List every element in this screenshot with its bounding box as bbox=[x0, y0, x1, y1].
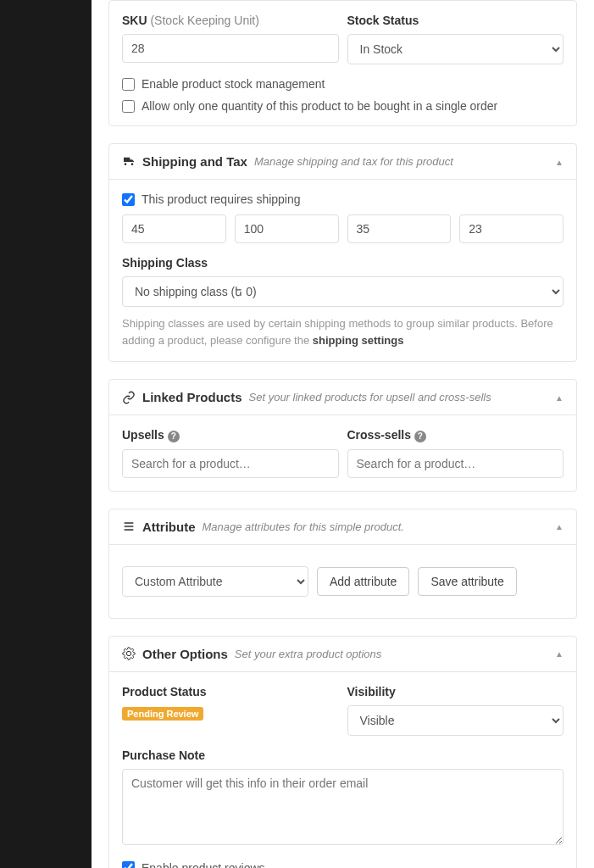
length-input[interactable] bbox=[235, 214, 339, 243]
requires-shipping-label: This product requires shipping bbox=[142, 192, 301, 206]
linked-panel: Linked Products Set your linked products… bbox=[108, 379, 577, 492]
other-panel: Other Options Set your extra product opt… bbox=[108, 636, 577, 869]
requires-shipping-checkbox[interactable] bbox=[122, 193, 135, 206]
linked-subtitle: Set your linked products for upsell and … bbox=[249, 391, 491, 403]
purchase-note-label: Purchase Note bbox=[122, 748, 563, 762]
sku-label: SKU (Stock Keeping Unit) bbox=[122, 14, 339, 27]
truck-icon bbox=[122, 155, 136, 169]
collapse-icon[interactable]: ▲ bbox=[555, 649, 563, 659]
attribute-title: Attribute bbox=[142, 520, 196, 534]
crosssells-label: Cross-sells ? bbox=[347, 428, 564, 442]
enable-stock-label: Enable product stock management bbox=[142, 77, 325, 91]
single-qty-label: Allow only one quantity of this product … bbox=[142, 99, 497, 113]
other-subtitle: Set your extra product options bbox=[235, 648, 381, 660]
attribute-subtitle: Manage attributes for this simple produc… bbox=[203, 520, 404, 533]
weight-input[interactable] bbox=[122, 214, 226, 243]
shipping-title: Shipping and Tax bbox=[142, 154, 247, 169]
status-badge: Pending Review bbox=[122, 707, 203, 721]
enable-reviews-checkbox[interactable] bbox=[122, 861, 135, 868]
inventory-panel: SKU (Stock Keeping Unit) Stock Status In… bbox=[108, 0, 577, 126]
collapse-icon[interactable]: ▲ bbox=[555, 522, 563, 531]
sku-input[interactable] bbox=[122, 34, 339, 63]
shipping-panel: Shipping and Tax Manage shipping and tax… bbox=[108, 143, 577, 362]
shipping-header[interactable]: Shipping and Tax Manage shipping and tax… bbox=[109, 144, 576, 180]
visibility-select[interactable]: Visible bbox=[347, 705, 564, 736]
stock-status-label: Stock Status bbox=[347, 14, 564, 27]
linked-title: Linked Products bbox=[142, 390, 242, 404]
other-title: Other Options bbox=[142, 647, 228, 661]
help-icon[interactable]: ? bbox=[168, 431, 180, 442]
attribute-select[interactable]: Custom Attribute bbox=[122, 566, 308, 597]
list-icon bbox=[122, 520, 136, 533]
product-status-label: Product Status bbox=[122, 685, 339, 698]
attribute-panel: Attribute Manage attributes for this sim… bbox=[108, 509, 577, 619]
enable-stock-checkbox[interactable] bbox=[122, 78, 135, 91]
collapse-icon[interactable]: ▲ bbox=[555, 392, 563, 402]
linked-header[interactable]: Linked Products Set your linked products… bbox=[109, 380, 576, 415]
gear-icon bbox=[122, 647, 136, 660]
stock-status-select[interactable]: In Stock bbox=[347, 34, 564, 64]
save-attribute-button[interactable]: Save attribute bbox=[418, 567, 516, 596]
other-header[interactable]: Other Options Set your extra product opt… bbox=[109, 637, 576, 672]
dashboard-sidebar bbox=[0, 0, 92, 868]
attribute-header[interactable]: Attribute Manage attributes for this sim… bbox=[109, 509, 576, 545]
height-input[interactable] bbox=[459, 214, 563, 243]
help-icon[interactable]: ? bbox=[414, 431, 426, 442]
upsells-input[interactable] bbox=[122, 449, 339, 478]
shipping-class-select[interactable]: No shipping class (ե 0) bbox=[122, 276, 563, 307]
crosssells-input[interactable] bbox=[347, 449, 564, 478]
purchase-note-textarea[interactable] bbox=[122, 769, 563, 845]
shipping-class-label: Shipping Class bbox=[122, 256, 563, 270]
shipping-settings-link[interactable]: shipping settings bbox=[313, 334, 404, 347]
shipping-helptext: Shipping classes are used by certain shi… bbox=[122, 315, 563, 348]
enable-reviews-label: Enable product reviews bbox=[142, 861, 265, 869]
main-content: SKU (Stock Keeping Unit) Stock Status In… bbox=[92, 0, 594, 868]
collapse-icon[interactable]: ▲ bbox=[555, 157, 563, 166]
single-qty-checkbox[interactable] bbox=[122, 100, 135, 113]
add-attribute-button[interactable]: Add attribute bbox=[317, 567, 409, 596]
width-input[interactable] bbox=[347, 214, 452, 243]
shipping-subtitle: Manage shipping and tax for this product bbox=[254, 155, 453, 168]
upsells-label: Upsells ? bbox=[122, 428, 339, 442]
link-icon bbox=[122, 391, 136, 404]
visibility-label: Visibility bbox=[347, 685, 564, 698]
